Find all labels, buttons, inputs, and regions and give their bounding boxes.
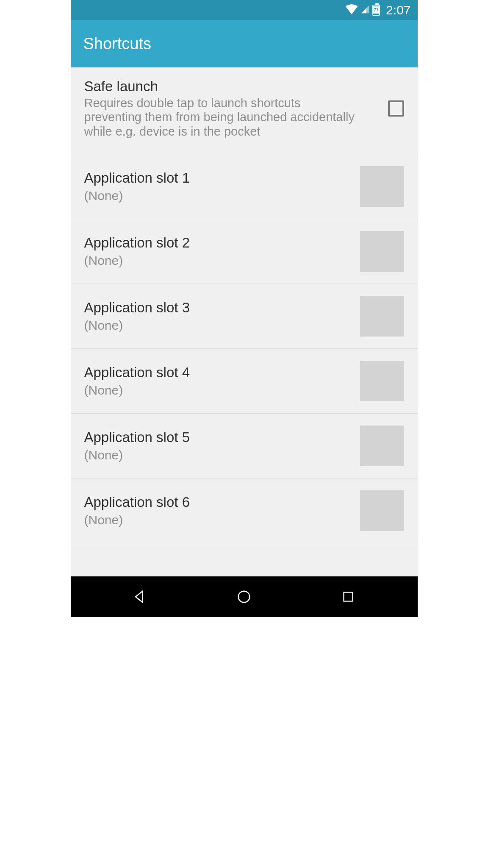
slot-title: Application slot 6 (84, 494, 352, 510)
app-bar: Shortcuts (71, 20, 418, 67)
slot-value: (None) (84, 189, 352, 203)
status-bar: 77 2:07 (71, 0, 418, 20)
cellular-signal-icon (360, 5, 370, 16)
app-slot-6-row[interactable]: Application slot 6 (None) (71, 479, 418, 543)
slot-title: Application slot 5 (84, 429, 352, 445)
whitespace (71, 617, 418, 868)
safe-launch-row[interactable]: Safe launch Requires double tap to launc… (71, 67, 418, 154)
slot-thumbnail[interactable] (360, 361, 404, 401)
slot-text: Application slot 4 (None) (84, 364, 352, 398)
battery-level: 77 (373, 6, 379, 14)
recents-button[interactable] (338, 586, 359, 607)
slot-value: (None) (84, 383, 352, 398)
slot-value: (None) (84, 448, 352, 462)
slot-thumbnail[interactable] (360, 296, 404, 337)
status-icons: 77 (345, 4, 380, 16)
slot-thumbnail[interactable] (360, 166, 404, 207)
slot-text: Application slot 6 (None) (84, 494, 352, 527)
safe-launch-checkbox[interactable] (388, 100, 404, 117)
slot-title: Application slot 3 (84, 300, 352, 316)
slot-text: Application slot 2 (None) (84, 235, 352, 268)
slot-text: Application slot 5 (None) (84, 429, 352, 462)
slot-value: (None) (84, 318, 352, 333)
slot-text: Application slot 3 (None) (84, 300, 352, 333)
slot-text: Application slot 1 (None) (84, 170, 352, 203)
svg-point-0 (238, 591, 250, 603)
svg-rect-1 (344, 593, 353, 601)
safe-launch-description: Requires double tap to launch shortcuts … (84, 96, 355, 139)
app-slot-2-row[interactable]: Application slot 2 (None) (71, 219, 418, 284)
home-button[interactable] (233, 586, 255, 607)
slot-value: (None) (84, 253, 352, 268)
app-slot-5-row[interactable]: Application slot 5 (None) (71, 414, 418, 479)
app-slot-4-row[interactable]: Application slot 4 (None) (71, 349, 418, 414)
status-time: 2:07 (386, 3, 410, 17)
app-slot-1-row[interactable]: Application slot 1 (None) (71, 154, 418, 219)
battery-icon: 77 (372, 5, 380, 16)
wifi-icon (345, 4, 358, 16)
safe-launch-title: Safe launch (84, 78, 380, 95)
page-title: Shortcuts (83, 35, 152, 53)
safe-launch-text: Safe launch Requires double tap to launc… (84, 78, 380, 139)
slot-title: Application slot 2 (84, 235, 352, 251)
slot-thumbnail[interactable] (360, 426, 404, 466)
slot-thumbnail[interactable] (360, 490, 404, 531)
slot-title: Application slot 1 (84, 170, 352, 186)
slot-thumbnail[interactable] (360, 231, 404, 272)
slot-title: Application slot 4 (84, 364, 352, 381)
navigation-bar (71, 576, 418, 617)
phone-frame: 77 2:07 Shortcuts Safe launch Requires d… (71, 0, 418, 617)
slot-value: (None) (84, 513, 352, 527)
back-button[interactable] (129, 586, 150, 607)
app-slot-3-row[interactable]: Application slot 3 (None) (71, 284, 418, 349)
settings-list[interactable]: Safe launch Requires double tap to launc… (71, 67, 418, 576)
